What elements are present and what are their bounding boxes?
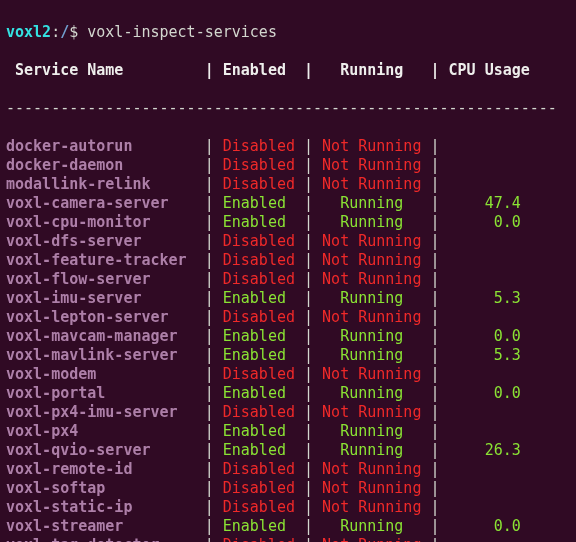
- service-enabled: Disabled: [214, 156, 304, 174]
- table-row: voxl-modem | Disabled | Not Running |: [6, 365, 570, 384]
- service-name: voxl-streamer: [6, 517, 205, 535]
- pipe-icon: |: [205, 365, 214, 383]
- table-row: voxl-flow-server | Disabled | Not Runnin…: [6, 270, 570, 289]
- table-row: docker-daemon | Disabled | Not Running |: [6, 156, 570, 175]
- pipe-icon: |: [304, 232, 313, 250]
- pipe-icon: |: [304, 365, 313, 383]
- service-running: Not Running: [313, 536, 430, 542]
- table-row: voxl-mavcam-manager | Enabled | Running …: [6, 327, 570, 346]
- service-enabled: Enabled: [214, 384, 304, 402]
- col-cpu: CPU Usage: [440, 61, 539, 79]
- table-row: voxl-px4-imu-server | Disabled | Not Run…: [6, 403, 570, 422]
- service-enabled: Enabled: [214, 194, 304, 212]
- table-row: voxl-remote-id | Disabled | Not Running …: [6, 460, 570, 479]
- pipe-icon: |: [205, 517, 214, 535]
- service-cpu: 5.3: [440, 346, 539, 364]
- service-enabled: Disabled: [214, 175, 304, 193]
- service-enabled: Enabled: [214, 517, 304, 535]
- service-cpu: [440, 422, 539, 440]
- pipe-icon: |: [205, 403, 214, 421]
- pipe-icon: |: [304, 346, 313, 364]
- service-name: voxl-px4: [6, 422, 205, 440]
- pipe-icon: |: [304, 441, 313, 459]
- service-cpu: [440, 460, 539, 478]
- pipe-icon: |: [430, 422, 439, 440]
- service-name: voxl-tag-detector: [6, 536, 205, 542]
- service-cpu: [440, 498, 539, 516]
- table-row: voxl-px4 | Enabled | Running |: [6, 422, 570, 441]
- table-header: Service Name | Enabled | Running | CPU U…: [6, 61, 570, 80]
- service-cpu: [440, 270, 539, 288]
- pipe-icon: |: [205, 308, 214, 326]
- pipe-icon: |: [430, 441, 439, 459]
- service-running: Not Running: [313, 365, 430, 383]
- pipe-icon: |: [430, 384, 439, 402]
- service-running: Not Running: [313, 403, 430, 421]
- table-row: voxl-softap | Disabled | Not Running |: [6, 479, 570, 498]
- prompt-symbol: $: [69, 23, 78, 41]
- service-name: voxl-qvio-server: [6, 441, 205, 459]
- service-enabled: Enabled: [214, 422, 304, 440]
- pipe-icon: |: [205, 422, 214, 440]
- service-name: voxl-dfs-server: [6, 232, 205, 250]
- pipe-icon: |: [304, 175, 313, 193]
- pipe-icon: |: [430, 194, 439, 212]
- service-cpu: [440, 175, 539, 193]
- service-name: voxl-px4-imu-server: [6, 403, 205, 421]
- prompt-line[interactable]: voxl2:/$ voxl-inspect-services: [6, 23, 570, 42]
- service-running: Running: [313, 384, 430, 402]
- pipe-icon: |: [304, 156, 313, 174]
- service-running: Running: [313, 422, 430, 440]
- service-running: Running: [313, 213, 430, 231]
- pipe-icon: |: [430, 365, 439, 383]
- table-row: voxl-mavlink-server | Enabled | Running …: [6, 346, 570, 365]
- pipe-icon: |: [430, 308, 439, 326]
- service-enabled: Disabled: [214, 460, 304, 478]
- service-enabled: Disabled: [214, 536, 304, 542]
- table-row: modallink-relink | Disabled | Not Runnin…: [6, 175, 570, 194]
- pipe-icon: |: [304, 327, 313, 345]
- service-enabled: Disabled: [214, 403, 304, 421]
- service-running: Not Running: [313, 308, 430, 326]
- table-divider: ----------------------------------------…: [6, 99, 570, 118]
- pipe-icon: |: [430, 327, 439, 345]
- pipe-icon: |: [304, 137, 313, 155]
- pipe-icon: |: [304, 194, 313, 212]
- table-row: voxl-cpu-monitor | Enabled | Running | 0…: [6, 213, 570, 232]
- pipe-icon: |: [304, 479, 313, 497]
- pipe-icon: |: [205, 346, 214, 364]
- service-enabled: Enabled: [214, 327, 304, 345]
- service-enabled: Enabled: [214, 441, 304, 459]
- table-row: voxl-streamer | Enabled | Running | 0.0: [6, 517, 570, 536]
- prompt-path: /: [60, 23, 69, 41]
- pipe-icon: |: [205, 156, 214, 174]
- service-cpu: [440, 156, 539, 174]
- service-enabled: Enabled: [214, 289, 304, 307]
- service-cpu: [440, 365, 539, 383]
- service-cpu: [440, 403, 539, 421]
- service-running: Running: [313, 346, 430, 364]
- pipe-icon: |: [430, 517, 439, 535]
- service-name: voxl-softap: [6, 479, 205, 497]
- pipe-icon: |: [205, 137, 214, 155]
- pipe-icon: |: [430, 479, 439, 497]
- service-name: voxl-imu-server: [6, 289, 205, 307]
- service-running: Not Running: [313, 498, 430, 516]
- pipe-icon: |: [205, 384, 214, 402]
- pipe-icon: |: [205, 213, 214, 231]
- pipe-icon: |: [430, 270, 439, 288]
- table-row: voxl-imu-server | Enabled | Running | 5.…: [6, 289, 570, 308]
- service-cpu: 26.3: [440, 441, 539, 459]
- service-enabled: Disabled: [214, 479, 304, 497]
- prompt-host: voxl2: [6, 23, 51, 41]
- pipe-icon: |: [430, 498, 439, 516]
- service-name: voxl-modem: [6, 365, 205, 383]
- service-running: Not Running: [313, 270, 430, 288]
- service-enabled: Enabled: [214, 213, 304, 231]
- service-name: modallink-relink: [6, 175, 205, 193]
- pipe-icon: |: [430, 175, 439, 193]
- service-running: Running: [313, 289, 430, 307]
- pipe-icon: |: [304, 213, 313, 231]
- pipe-icon: |: [205, 460, 214, 478]
- pipe-icon: |: [205, 441, 214, 459]
